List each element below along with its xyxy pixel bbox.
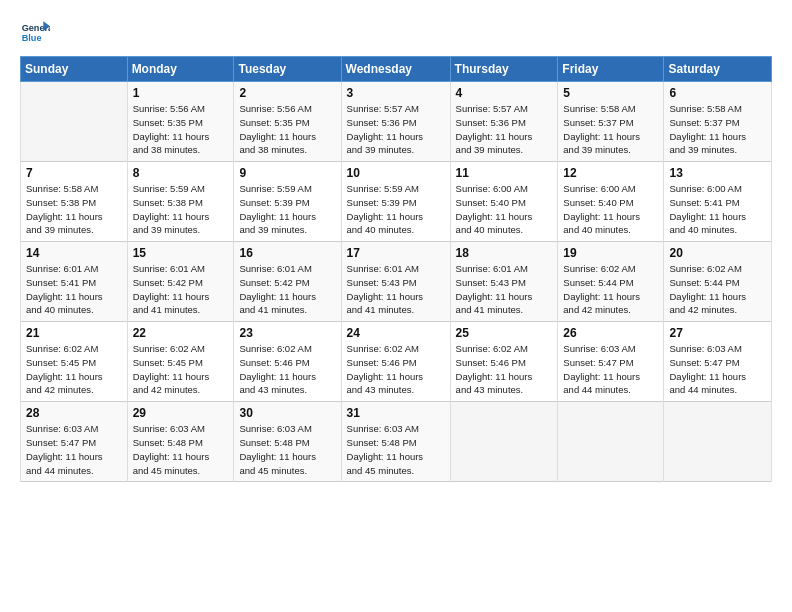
day-number: 31 [347,406,445,420]
header: General Blue [20,18,772,48]
logo: General Blue [20,18,44,48]
calendar-cell: 13Sunrise: 6:00 AMSunset: 5:41 PMDayligh… [664,162,772,242]
calendar-cell: 17Sunrise: 6:01 AMSunset: 5:43 PMDayligh… [341,242,450,322]
day-info: Sunrise: 5:59 AMSunset: 5:38 PMDaylight:… [133,182,229,237]
calendar-cell: 3Sunrise: 5:57 AMSunset: 5:36 PMDaylight… [341,82,450,162]
logo-icon: General Blue [20,18,50,48]
calendar-cell: 24Sunrise: 6:02 AMSunset: 5:46 PMDayligh… [341,322,450,402]
calendar-cell: 16Sunrise: 6:01 AMSunset: 5:42 PMDayligh… [234,242,341,322]
day-info: Sunrise: 5:59 AMSunset: 5:39 PMDaylight:… [239,182,335,237]
calendar-cell: 18Sunrise: 6:01 AMSunset: 5:43 PMDayligh… [450,242,558,322]
day-header-tuesday: Tuesday [234,57,341,82]
day-info: Sunrise: 6:03 AMSunset: 5:47 PMDaylight:… [563,342,658,397]
day-info: Sunrise: 6:03 AMSunset: 5:48 PMDaylight:… [133,422,229,477]
calendar-cell: 15Sunrise: 6:01 AMSunset: 5:42 PMDayligh… [127,242,234,322]
day-number: 5 [563,86,658,100]
day-info: Sunrise: 6:03 AMSunset: 5:48 PMDaylight:… [239,422,335,477]
day-info: Sunrise: 6:02 AMSunset: 5:44 PMDaylight:… [563,262,658,317]
day-header-monday: Monday [127,57,234,82]
calendar-cell: 6Sunrise: 5:58 AMSunset: 5:37 PMDaylight… [664,82,772,162]
calendar-cell: 27Sunrise: 6:03 AMSunset: 5:47 PMDayligh… [664,322,772,402]
day-info: Sunrise: 5:57 AMSunset: 5:36 PMDaylight:… [347,102,445,157]
day-info: Sunrise: 6:01 AMSunset: 5:43 PMDaylight:… [347,262,445,317]
calendar-cell: 30Sunrise: 6:03 AMSunset: 5:48 PMDayligh… [234,402,341,482]
day-header-friday: Friday [558,57,664,82]
day-number: 4 [456,86,553,100]
calendar: SundayMondayTuesdayWednesdayThursdayFrid… [20,56,772,482]
day-number: 17 [347,246,445,260]
day-number: 6 [669,86,766,100]
day-info: Sunrise: 5:58 AMSunset: 5:37 PMDaylight:… [669,102,766,157]
day-info: Sunrise: 6:02 AMSunset: 5:46 PMDaylight:… [347,342,445,397]
calendar-cell: 25Sunrise: 6:02 AMSunset: 5:46 PMDayligh… [450,322,558,402]
calendar-cell: 26Sunrise: 6:03 AMSunset: 5:47 PMDayligh… [558,322,664,402]
calendar-cell: 19Sunrise: 6:02 AMSunset: 5:44 PMDayligh… [558,242,664,322]
day-number: 14 [26,246,122,260]
day-info: Sunrise: 5:59 AMSunset: 5:39 PMDaylight:… [347,182,445,237]
day-header-thursday: Thursday [450,57,558,82]
day-info: Sunrise: 6:01 AMSunset: 5:41 PMDaylight:… [26,262,122,317]
day-info: Sunrise: 6:01 AMSunset: 5:42 PMDaylight:… [239,262,335,317]
calendar-week-5: 28Sunrise: 6:03 AMSunset: 5:47 PMDayligh… [21,402,772,482]
calendar-cell: 21Sunrise: 6:02 AMSunset: 5:45 PMDayligh… [21,322,128,402]
day-number: 28 [26,406,122,420]
day-info: Sunrise: 6:00 AMSunset: 5:40 PMDaylight:… [563,182,658,237]
day-info: Sunrise: 6:03 AMSunset: 5:47 PMDaylight:… [26,422,122,477]
calendar-cell: 28Sunrise: 6:03 AMSunset: 5:47 PMDayligh… [21,402,128,482]
day-number: 8 [133,166,229,180]
calendar-cell: 1Sunrise: 5:56 AMSunset: 5:35 PMDaylight… [127,82,234,162]
svg-text:Blue: Blue [22,33,42,43]
day-info: Sunrise: 6:03 AMSunset: 5:48 PMDaylight:… [347,422,445,477]
calendar-cell: 22Sunrise: 6:02 AMSunset: 5:45 PMDayligh… [127,322,234,402]
calendar-cell: 5Sunrise: 5:58 AMSunset: 5:37 PMDaylight… [558,82,664,162]
day-info: Sunrise: 6:01 AMSunset: 5:43 PMDaylight:… [456,262,553,317]
day-info: Sunrise: 6:02 AMSunset: 5:44 PMDaylight:… [669,262,766,317]
day-info: Sunrise: 6:03 AMSunset: 5:47 PMDaylight:… [669,342,766,397]
day-number: 9 [239,166,335,180]
day-info: Sunrise: 5:56 AMSunset: 5:35 PMDaylight:… [133,102,229,157]
day-number: 30 [239,406,335,420]
day-number: 11 [456,166,553,180]
calendar-cell [21,82,128,162]
calendar-week-2: 7Sunrise: 5:58 AMSunset: 5:38 PMDaylight… [21,162,772,242]
day-number: 2 [239,86,335,100]
day-info: Sunrise: 5:56 AMSunset: 5:35 PMDaylight:… [239,102,335,157]
day-number: 3 [347,86,445,100]
calendar-cell [558,402,664,482]
calendar-cell: 2Sunrise: 5:56 AMSunset: 5:35 PMDaylight… [234,82,341,162]
day-number: 29 [133,406,229,420]
day-header-saturday: Saturday [664,57,772,82]
day-info: Sunrise: 6:02 AMSunset: 5:46 PMDaylight:… [239,342,335,397]
calendar-cell: 10Sunrise: 5:59 AMSunset: 5:39 PMDayligh… [341,162,450,242]
calendar-week-1: 1Sunrise: 5:56 AMSunset: 5:35 PMDaylight… [21,82,772,162]
calendar-cell: 12Sunrise: 6:00 AMSunset: 5:40 PMDayligh… [558,162,664,242]
calendar-cell: 4Sunrise: 5:57 AMSunset: 5:36 PMDaylight… [450,82,558,162]
calendar-cell [450,402,558,482]
day-number: 16 [239,246,335,260]
day-number: 21 [26,326,122,340]
day-number: 12 [563,166,658,180]
day-number: 23 [239,326,335,340]
day-info: Sunrise: 6:02 AMSunset: 5:46 PMDaylight:… [456,342,553,397]
day-number: 27 [669,326,766,340]
day-info: Sunrise: 6:01 AMSunset: 5:42 PMDaylight:… [133,262,229,317]
day-number: 25 [456,326,553,340]
day-header-wednesday: Wednesday [341,57,450,82]
calendar-cell [664,402,772,482]
day-number: 18 [456,246,553,260]
day-number: 19 [563,246,658,260]
calendar-cell: 8Sunrise: 5:59 AMSunset: 5:38 PMDaylight… [127,162,234,242]
day-info: Sunrise: 5:57 AMSunset: 5:36 PMDaylight:… [456,102,553,157]
calendar-cell: 7Sunrise: 5:58 AMSunset: 5:38 PMDaylight… [21,162,128,242]
day-info: Sunrise: 6:02 AMSunset: 5:45 PMDaylight:… [26,342,122,397]
day-number: 22 [133,326,229,340]
calendar-week-3: 14Sunrise: 6:01 AMSunset: 5:41 PMDayligh… [21,242,772,322]
day-number: 10 [347,166,445,180]
day-number: 20 [669,246,766,260]
day-info: Sunrise: 5:58 AMSunset: 5:38 PMDaylight:… [26,182,122,237]
calendar-cell: 9Sunrise: 5:59 AMSunset: 5:39 PMDaylight… [234,162,341,242]
day-number: 1 [133,86,229,100]
calendar-cell: 14Sunrise: 6:01 AMSunset: 5:41 PMDayligh… [21,242,128,322]
day-info: Sunrise: 6:02 AMSunset: 5:45 PMDaylight:… [133,342,229,397]
day-info: Sunrise: 6:00 AMSunset: 5:40 PMDaylight:… [456,182,553,237]
